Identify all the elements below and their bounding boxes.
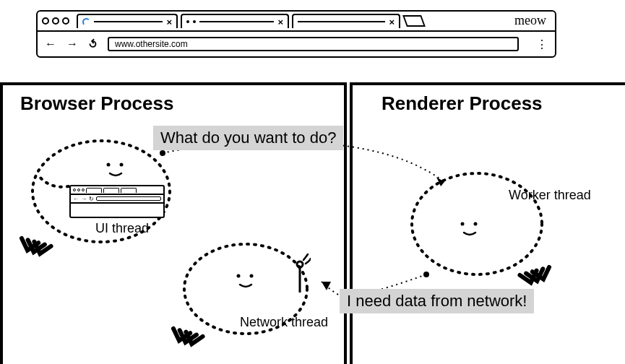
browser-window: × × × meow ← → ↻ www.othersite.com ⋮ [36,10,556,58]
back-button[interactable]: ← [45,38,56,51]
tab-close-icon[interactable]: × [389,17,395,27]
window-control-icon[interactable] [42,17,49,25]
ui-thread-label: UI thread [95,221,149,236]
new-tab-button[interactable] [402,15,426,27]
tab-title-placeholder [298,21,385,22]
window-control-icon[interactable] [52,17,59,25]
tab-close-icon[interactable]: × [166,17,172,27]
address-bar[interactable]: www.othersite.com [108,37,519,51]
antenna-icon [289,253,311,296]
reload-button[interactable]: ↻ [85,36,101,52]
tab-title-placeholder [94,21,163,22]
speech-bubble-answer: I need data from network! [340,289,534,313]
browser-tab[interactable]: × [181,14,289,28]
panel-title: Browser Process [20,92,344,115]
renderer-process-panel: Renderer Process [350,82,625,364]
network-thread-label: Network thread [240,315,328,330]
browser-brand: meow [514,13,546,28]
browser-tab-active[interactable]: × [77,14,178,28]
panel-title: Renderer Process [382,92,625,115]
browser-toolbar: ← → ↻ www.othersite.com ⋮ [38,32,555,56]
dot-icon [193,20,196,23]
loading-spinner-icon [82,18,90,26]
tab-close-icon[interactable]: × [277,17,283,27]
speech-bubble-question: What do you want to do? [153,126,343,150]
dot-icon [186,20,189,23]
svg-point-1 [297,261,303,267]
tab-title-placeholder [199,21,274,22]
tab-strip: × × × meow [38,12,555,32]
forward-button[interactable]: → [66,38,78,51]
traffic-lights [42,17,69,25]
worker-thread-label: Worker thread [509,188,591,203]
menu-icon[interactable]: ⋮ [536,43,548,46]
window-control-icon[interactable] [62,17,69,25]
mini-browser-icon: ←→↻ [69,185,165,218]
browser-tab[interactable]: × [292,14,400,28]
